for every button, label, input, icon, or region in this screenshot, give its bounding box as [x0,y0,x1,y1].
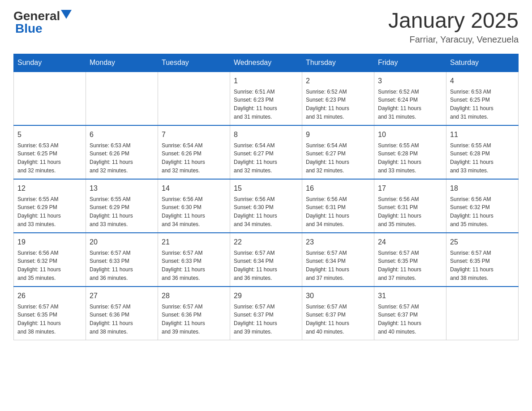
day-number: 22 [234,237,298,248]
day-number: 10 [378,129,442,140]
table-row: 11Sunrise: 6:55 AM Sunset: 6:28 PM Dayli… [446,125,519,179]
day-info: Sunrise: 6:54 AM Sunset: 6:26 PM Dayligh… [162,141,226,175]
logo-blue: Blue [15,21,43,36]
header-friday: Friday [374,54,446,72]
table-row [446,287,519,340]
week-row-5: 26Sunrise: 6:57 AM Sunset: 6:35 PM Dayli… [14,287,519,340]
table-row: 7Sunrise: 6:54 AM Sunset: 6:26 PM Daylig… [158,125,230,179]
day-number: 24 [378,237,442,248]
week-row-4: 19Sunrise: 6:56 AM Sunset: 6:32 PM Dayli… [14,233,519,287]
table-row: 23Sunrise: 6:57 AM Sunset: 6:34 PM Dayli… [302,233,374,287]
table-row: 1Sunrise: 6:51 AM Sunset: 6:23 PM Daylig… [230,72,302,125]
day-number: 15 [234,183,298,194]
day-info: Sunrise: 6:57 AM Sunset: 6:35 PM Dayligh… [450,249,515,282]
table-row: 22Sunrise: 6:57 AM Sunset: 6:34 PM Dayli… [230,233,302,287]
table-row: 13Sunrise: 6:55 AM Sunset: 6:29 PM Dayli… [86,179,158,233]
day-number: 14 [162,183,226,194]
day-number: 16 [306,183,370,194]
calendar-table: SundayMondayTuesdayWednesdayThursdayFrid… [13,54,519,341]
day-info: Sunrise: 6:53 AM Sunset: 6:25 PM Dayligh… [450,88,515,121]
table-row: 3Sunrise: 6:52 AM Sunset: 6:24 PM Daylig… [374,72,446,125]
title-section: January 2025 Farriar, Yaracuy, Venezuela [388,9,519,45]
table-row: 17Sunrise: 6:56 AM Sunset: 6:31 PM Dayli… [374,179,446,233]
svg-marker-0 [61,10,72,19]
logo-triangle-icon [61,10,72,22]
day-info: Sunrise: 6:53 AM Sunset: 6:25 PM Dayligh… [17,141,82,175]
table-row: 26Sunrise: 6:57 AM Sunset: 6:35 PM Dayli… [14,287,86,340]
table-row: 25Sunrise: 6:57 AM Sunset: 6:35 PM Dayli… [446,233,519,287]
day-number: 27 [90,291,154,301]
day-info: Sunrise: 6:56 AM Sunset: 6:32 PM Dayligh… [450,195,515,228]
day-number: 28 [162,291,226,301]
table-row: 9Sunrise: 6:54 AM Sunset: 6:27 PM Daylig… [302,125,374,179]
table-row: 20Sunrise: 6:57 AM Sunset: 6:33 PM Dayli… [86,233,158,287]
table-row [86,72,158,125]
header-saturday: Saturday [446,54,519,72]
table-row: 10Sunrise: 6:55 AM Sunset: 6:28 PM Dayli… [374,125,446,179]
day-number: 25 [450,237,515,248]
day-number: 31 [378,291,442,301]
day-number: 20 [90,237,154,248]
day-number: 2 [306,76,370,86]
day-info: Sunrise: 6:52 AM Sunset: 6:24 PM Dayligh… [378,88,442,121]
day-info: Sunrise: 6:51 AM Sunset: 6:23 PM Dayligh… [234,88,298,121]
table-row: 21Sunrise: 6:57 AM Sunset: 6:33 PM Dayli… [158,233,230,287]
table-row: 28Sunrise: 6:57 AM Sunset: 6:36 PM Dayli… [158,287,230,340]
header-wednesday: Wednesday [230,54,302,72]
day-info: Sunrise: 6:52 AM Sunset: 6:23 PM Dayligh… [306,88,370,121]
day-number: 3 [378,76,442,86]
day-info: Sunrise: 6:57 AM Sunset: 6:35 PM Dayligh… [17,303,82,336]
header-sunday: Sunday [14,54,86,72]
table-row: 8Sunrise: 6:54 AM Sunset: 6:27 PM Daylig… [230,125,302,179]
table-row: 24Sunrise: 6:57 AM Sunset: 6:35 PM Dayli… [374,233,446,287]
table-row: 12Sunrise: 6:55 AM Sunset: 6:29 PM Dayli… [14,179,86,233]
day-number: 18 [450,183,515,194]
day-info: Sunrise: 6:56 AM Sunset: 6:31 PM Dayligh… [378,195,442,228]
day-number: 12 [17,183,82,194]
week-row-2: 5Sunrise: 6:53 AM Sunset: 6:25 PM Daylig… [14,125,519,179]
header-tuesday: Tuesday [158,54,230,72]
table-row: 5Sunrise: 6:53 AM Sunset: 6:25 PM Daylig… [14,125,86,179]
day-info: Sunrise: 6:54 AM Sunset: 6:27 PM Dayligh… [306,141,370,175]
table-row [14,72,86,125]
day-info: Sunrise: 6:57 AM Sunset: 6:33 PM Dayligh… [90,249,154,282]
week-row-1: 1Sunrise: 6:51 AM Sunset: 6:23 PM Daylig… [14,72,519,125]
day-info: Sunrise: 6:57 AM Sunset: 6:36 PM Dayligh… [90,303,154,336]
calendar-header-row: SundayMondayTuesdayWednesdayThursdayFrid… [14,54,519,72]
table-row: 14Sunrise: 6:56 AM Sunset: 6:30 PM Dayli… [158,179,230,233]
day-number: 21 [162,237,226,248]
day-info: Sunrise: 6:56 AM Sunset: 6:30 PM Dayligh… [162,195,226,228]
header-thursday: Thursday [302,54,374,72]
logo: General Blue [13,9,72,36]
day-number: 4 [450,76,515,86]
day-info: Sunrise: 6:57 AM Sunset: 6:35 PM Dayligh… [378,249,442,282]
day-number: 19 [17,237,82,248]
day-number: 23 [306,237,370,248]
day-number: 6 [90,129,154,140]
day-info: Sunrise: 6:57 AM Sunset: 6:33 PM Dayligh… [162,249,226,282]
calendar-title: January 2025 [388,9,519,33]
day-number: 29 [234,291,298,301]
day-number: 9 [306,129,370,140]
day-number: 13 [90,183,154,194]
week-row-3: 12Sunrise: 6:55 AM Sunset: 6:29 PM Dayli… [14,179,519,233]
table-row [158,72,230,125]
table-row: 2Sunrise: 6:52 AM Sunset: 6:23 PM Daylig… [302,72,374,125]
day-info: Sunrise: 6:57 AM Sunset: 6:37 PM Dayligh… [234,303,298,336]
table-row: 30Sunrise: 6:57 AM Sunset: 6:37 PM Dayli… [302,287,374,340]
day-info: Sunrise: 6:56 AM Sunset: 6:32 PM Dayligh… [17,249,82,282]
table-row: 6Sunrise: 6:53 AM Sunset: 6:26 PM Daylig… [86,125,158,179]
day-number: 5 [17,129,82,140]
day-number: 17 [378,183,442,194]
day-info: Sunrise: 6:57 AM Sunset: 6:37 PM Dayligh… [378,303,442,336]
day-info: Sunrise: 6:54 AM Sunset: 6:27 PM Dayligh… [234,141,298,175]
day-number: 1 [234,76,298,86]
table-row: 18Sunrise: 6:56 AM Sunset: 6:32 PM Dayli… [446,179,519,233]
calendar-subtitle: Farriar, Yaracuy, Venezuela [388,34,519,45]
table-row: 29Sunrise: 6:57 AM Sunset: 6:37 PM Dayli… [230,287,302,340]
day-info: Sunrise: 6:57 AM Sunset: 6:34 PM Dayligh… [234,249,298,282]
day-info: Sunrise: 6:56 AM Sunset: 6:30 PM Dayligh… [234,195,298,228]
day-number: 7 [162,129,226,140]
day-info: Sunrise: 6:55 AM Sunset: 6:28 PM Dayligh… [378,141,442,175]
day-info: Sunrise: 6:57 AM Sunset: 6:34 PM Dayligh… [306,249,370,282]
